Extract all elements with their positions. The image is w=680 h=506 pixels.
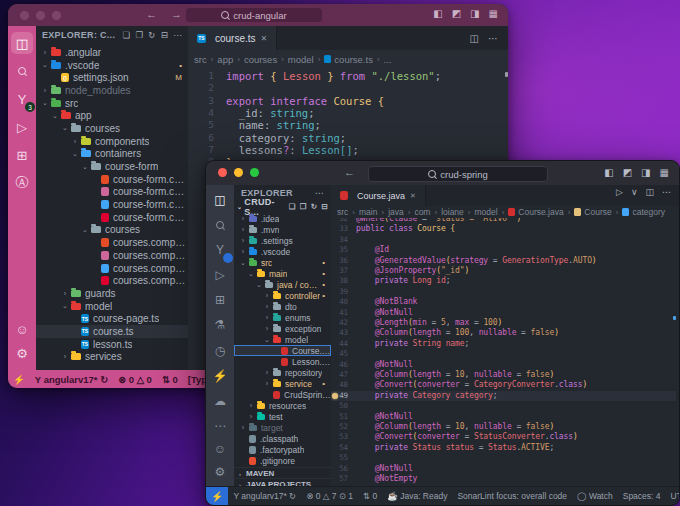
action-icon[interactable]: ▷ bbox=[616, 187, 623, 197]
action-icon[interactable]: ❏ bbox=[122, 30, 130, 40]
tree-item-service[interactable]: ›service• bbox=[234, 378, 331, 389]
code-line-53[interactable]: 53 @Convert(converter = StatusConverter.… bbox=[331, 432, 676, 442]
lightbulb-icon[interactable] bbox=[332, 393, 338, 399]
code-line-1[interactable]: 1import { Lesson } from "./lesson"; bbox=[188, 70, 504, 82]
tree-item-.vscode[interactable]: ⌄.vscode• bbox=[36, 59, 188, 72]
code-line-56[interactable]: 56 @NotNull bbox=[331, 464, 676, 474]
tree-item-lesson.java[interactable]: Lesson.java bbox=[234, 356, 331, 367]
action-icon[interactable]: ↻ bbox=[311, 202, 318, 211]
tree-item-app[interactable]: ⌄app bbox=[36, 109, 188, 122]
code-line-49[interactable]: 49 private Category category; bbox=[331, 391, 676, 401]
tree-item-.idea[interactable]: ›.idea bbox=[234, 213, 331, 224]
tree-item-courses.component.scss[interactable]: courses.component.scss bbox=[36, 249, 188, 262]
run-debug-icon[interactable]: ▷ bbox=[11, 116, 33, 138]
action-icon[interactable]: ⋯ bbox=[662, 187, 671, 197]
action-icon[interactable]: ∨ bbox=[631, 187, 638, 197]
tree-item-.mvn[interactable]: ›.mvn bbox=[234, 224, 331, 235]
breadcrumb-com[interactable]: com bbox=[414, 207, 430, 217]
status-problems[interactable]: ⊗ 0 △ 7 ⊙ 1 bbox=[301, 491, 358, 501]
tree-item-src[interactable]: ⌄src• bbox=[234, 257, 331, 268]
action-icon[interactable]: ❐ bbox=[135, 30, 143, 40]
traffic-lights[interactable] bbox=[20, 11, 61, 20]
tree-item-dto[interactable]: ›dto bbox=[234, 301, 331, 312]
tree-item-test[interactable]: ›test bbox=[234, 411, 331, 422]
explorer-more-icon[interactable]: ⋯ bbox=[315, 188, 324, 198]
code-line-5[interactable]: 5 name: string; bbox=[188, 119, 504, 131]
breadcrumb-...[interactable]: ... bbox=[384, 54, 392, 65]
status-remote-icon[interactable]: ⚡ bbox=[206, 487, 228, 505]
tree-item-enums[interactable]: ›enums bbox=[234, 312, 331, 323]
code-line-52[interactable]: 52 @Column(length = 10, nullable = false… bbox=[331, 422, 676, 432]
files-icon[interactable]: ◫ bbox=[11, 32, 33, 54]
tree-item-course-form.componen...[interactable]: course-form.componen... bbox=[36, 186, 188, 199]
code-line-50[interactable]: 50 bbox=[331, 401, 676, 411]
extensions-icon[interactable]: ⊞ bbox=[209, 290, 231, 311]
tree-item-src[interactable]: ⌄src bbox=[36, 97, 188, 110]
code-line-46[interactable]: 46 @NotNull bbox=[331, 360, 676, 370]
tree-item-.factorypath[interactable]: .factorypath bbox=[234, 444, 331, 455]
tree-item-lesson.ts[interactable]: TSlesson.ts bbox=[36, 338, 188, 351]
breadcrumb-model[interactable]: model bbox=[288, 54, 314, 65]
editor-code[interactable]: 32@Where(clause = "status = 'Ativo'")33p… bbox=[331, 218, 676, 483]
breadcrumb-main[interactable]: main bbox=[359, 207, 377, 217]
code-line-55[interactable]: 55 bbox=[331, 453, 676, 463]
tab-bar[interactable]: TS course.ts ✕ ◫⋯ bbox=[188, 26, 508, 50]
tree-item-guards[interactable]: ›guards bbox=[36, 287, 188, 300]
code-line-47[interactable]: 47 @Column(length = 10, nullable = false… bbox=[331, 370, 676, 380]
breadcrumb-src[interactable]: src bbox=[337, 207, 348, 217]
search-icon[interactable] bbox=[209, 214, 231, 235]
breadcrumb-app[interactable]: app bbox=[217, 54, 233, 65]
tree-item-course.java[interactable]: Course.java bbox=[234, 345, 331, 356]
status-ports[interactable]: ⇅ 0 bbox=[157, 374, 183, 385]
breadcrumb-category[interactable]: category bbox=[622, 207, 665, 217]
source-control-icon[interactable]: Y3 bbox=[11, 88, 33, 110]
tree-item-containers[interactable]: ⌄containers bbox=[36, 148, 188, 161]
tree-item-courses.component.ts[interactable]: courses.component.ts bbox=[36, 274, 188, 287]
run-debug-icon[interactable]: ▷ bbox=[209, 265, 231, 286]
tree-item-repository[interactable]: ›repository bbox=[234, 367, 331, 378]
tree-item-services[interactable]: ›services bbox=[36, 351, 188, 364]
tree-item-courses[interactable]: ⌄courses bbox=[36, 224, 188, 237]
status-sonarlint-status[interactable]: SonarLint focus: overall code bbox=[452, 491, 572, 501]
tree-item-crudspringa...[interactable]: CrudSpringA... bbox=[234, 389, 331, 400]
status-encoding[interactable]: UTF-8 bbox=[666, 491, 679, 501]
tree-item-resources[interactable]: ›resources bbox=[234, 400, 331, 411]
code-line-42[interactable]: 42 @Length(min = 5, max = 100) bbox=[331, 318, 676, 328]
code-line-44[interactable]: 44 private String name; bbox=[331, 339, 676, 349]
layout-controls[interactable]: ◧◩◨▦ bbox=[604, 167, 669, 178]
angular-icon[interactable]: Ⓐ bbox=[11, 172, 33, 194]
tree-item-course-form.componen...[interactable]: course-form.componen... bbox=[36, 211, 188, 224]
status-bar[interactable]: ⚡Y angularv17* ↻⊗ 0 △ 7 ⊙ 1⇅ 0☕ Java: Re… bbox=[206, 486, 679, 505]
thunder-client-icon[interactable]: ⚡ bbox=[209, 365, 231, 386]
status-watch[interactable]: ◯ Watch bbox=[572, 491, 618, 501]
close-icon[interactable]: ✕ bbox=[261, 34, 268, 43]
test-flask-icon[interactable]: ⚗ bbox=[209, 315, 231, 336]
action-icon[interactable]: ❏ bbox=[289, 202, 296, 211]
breadcrumb-courses[interactable]: courses bbox=[244, 54, 277, 65]
command-center-search[interactable]: crud-angular bbox=[186, 8, 322, 22]
breadcrumb-course.ts[interactable]: course.ts bbox=[324, 54, 373, 65]
code-line-3[interactable]: 3export interface Course { bbox=[188, 95, 504, 107]
breadcrumb-course.java[interactable]: Course.java bbox=[508, 207, 563, 217]
code-line-35[interactable]: 35 @Id bbox=[331, 245, 676, 255]
tree-item-courses.component.sp...[interactable]: courses.component.sp... bbox=[36, 262, 188, 275]
code-line-57[interactable]: 57 @NotEmpty bbox=[331, 474, 676, 483]
action-icon[interactable]: ◫ bbox=[645, 187, 654, 197]
close-icon[interactable]: ✕ bbox=[410, 192, 416, 200]
code-line-2[interactable]: 2 bbox=[188, 82, 504, 94]
status-java-status[interactable]: ☕ Java: Ready bbox=[382, 491, 452, 501]
code-line-33[interactable]: 33public class Course { bbox=[331, 224, 676, 234]
code-line-43[interactable]: 43 @Column(length = 100, nullable = fals… bbox=[331, 328, 676, 338]
explorer-actions[interactable]: ❏❐↻⊟ bbox=[289, 202, 328, 211]
tree-item-components[interactable]: ›components bbox=[36, 135, 188, 148]
tree-item-model[interactable]: ⌄model bbox=[234, 334, 331, 345]
code-line-39[interactable]: 39 bbox=[331, 287, 676, 297]
tree-item-course-form.componen...[interactable]: course-form.componen... bbox=[36, 173, 188, 186]
command-center-search[interactable]: crud-spring bbox=[368, 166, 548, 182]
code-line-38[interactable]: 38 private Long id; bbox=[331, 276, 676, 286]
action-icon[interactable]: ⋯ bbox=[173, 30, 182, 40]
tree-item-.gitignore[interactable]: .gitignore bbox=[234, 455, 331, 466]
tab-course-ts[interactable]: TS course.ts ✕ bbox=[188, 26, 277, 50]
more-icon[interactable]: ⋯ bbox=[209, 416, 231, 437]
status-remote-icon[interactable]: ⚡ bbox=[8, 374, 30, 385]
